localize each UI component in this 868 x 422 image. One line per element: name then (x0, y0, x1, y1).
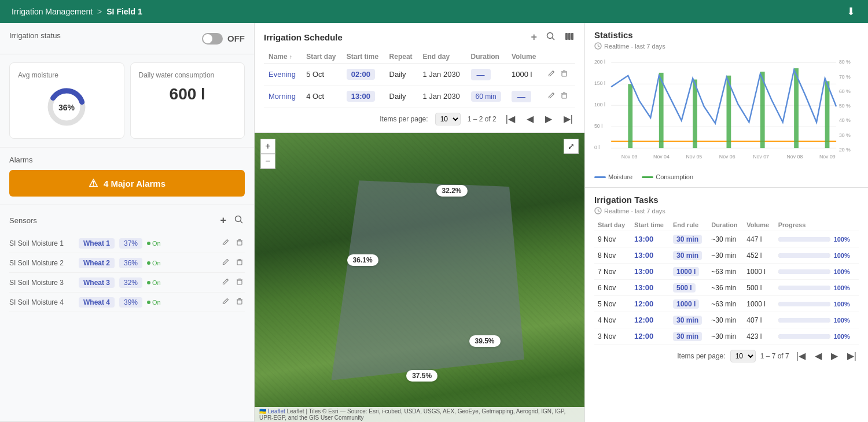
tasks-title: Irrigation Tasks (594, 195, 859, 205)
delete-sensor-button[interactable] (234, 237, 245, 249)
schedule-volume-cell: — (507, 86, 542, 108)
cards-row: Avg moisture 36% Daily water consumption… (9, 62, 245, 139)
sensor-status: On (147, 299, 161, 306)
statistics-panel: Statistics Realtime - last 7 days 200 l … (585, 23, 868, 188)
search-sensor-button[interactable] (233, 213, 245, 228)
svg-text:20 %: 20 % (839, 147, 851, 153)
delete-schedule-button[interactable] (559, 68, 569, 80)
sensor-name: SI Soil Moisture 4 (9, 298, 79, 306)
columns-button[interactable] (564, 30, 575, 45)
task-progress-cell: 100% (775, 296, 859, 312)
task-progress-label: 100% (834, 317, 850, 324)
app-name: Irrigation Management (12, 7, 93, 16)
sensor-pct: 32% (119, 277, 142, 288)
task-progress-bar (778, 237, 830, 242)
items-per-page-select[interactable]: 10 (435, 113, 461, 125)
delete-sensor-button[interactable] (234, 276, 245, 288)
toggle-circle[interactable] (202, 33, 223, 45)
sensors-label: Sensors (9, 216, 37, 225)
edit-schedule-button[interactable] (546, 90, 557, 102)
svg-text:Nov 04: Nov 04 (653, 154, 670, 160)
task-start-time: 12:00 (634, 316, 653, 324)
sensors-actions: + (219, 213, 245, 228)
edit-sensor-button[interactable] (220, 276, 231, 288)
task-row: 3 Nov 12:00 30 min ~30 min 423 l 100% (594, 328, 859, 345)
svg-text:60 %: 60 % (839, 88, 851, 94)
svg-text:80 %: 80 % (839, 59, 851, 65)
svg-line-18 (553, 38, 555, 40)
task-start-time: 13:00 (634, 235, 653, 243)
tasks-first-page-button[interactable]: |◀ (794, 349, 808, 362)
task-col-duration: Duration (708, 219, 743, 231)
col-start-day: Start day (301, 50, 342, 64)
tasks-prev-page-button[interactable]: ◀ (812, 349, 824, 362)
first-page-button[interactable]: |◀ (503, 112, 517, 125)
add-sensor-button[interactable]: + (219, 213, 227, 228)
tasks-items-per-page-select[interactable]: 10 (730, 350, 756, 362)
tasks-last-page-button[interactable]: ▶| (845, 349, 859, 362)
sensors-list: SI Soil Moisture 1 Wheat 1 37% On SI Soi… (9, 234, 245, 312)
irrigation-status-label: Irrigation status (9, 31, 61, 40)
task-day: 3 Nov (594, 328, 631, 345)
leaflet-link[interactable]: 🇺🇦 Leaflet (259, 408, 285, 414)
edit-sensor-button[interactable] (220, 296, 231, 308)
col-end-day: End day (418, 50, 466, 64)
map-expand-button[interactable]: ⤢ (564, 139, 579, 154)
delete-schedule-button[interactable] (559, 90, 569, 102)
task-volume: 447 l (743, 231, 774, 247)
task-volume: 423 l (743, 328, 774, 345)
tasks-panel: Irrigation Tasks Realtime - last 7 days … (585, 188, 868, 422)
tasks-footer: Items per page: 10 1 – 7 of 7 |◀ ◀ ▶ ▶| (594, 345, 859, 362)
task-end-rule: 30 min (673, 235, 702, 244)
schedule-repeat: Daily (385, 86, 418, 108)
edit-sensor-button[interactable] (220, 237, 231, 249)
sensor-row: SI Soil Moisture 3 Wheat 3 32% On (9, 273, 245, 293)
search-icon (234, 215, 244, 224)
download-button[interactable]: ⬇ (845, 4, 856, 19)
delete-sensor-button[interactable] (234, 296, 245, 308)
sensor-group: Wheat 4 (79, 297, 115, 308)
prev-page-button[interactable]: ◀ (524, 112, 536, 125)
tasks-next-page-button[interactable]: ▶ (829, 349, 840, 362)
task-duration: ~63 min (708, 296, 743, 312)
sensor-row: SI Soil Moisture 2 Wheat 2 36% On (9, 253, 245, 273)
schedule-duration: 60 min (471, 91, 501, 102)
task-volume: 452 l (743, 247, 774, 264)
schedule-duration-btn[interactable]: — (471, 69, 491, 80)
map-label-mr: 39.5% (469, 335, 501, 347)
add-schedule-button[interactable]: + (529, 30, 538, 45)
sensor-name: SI Soil Moisture 2 (9, 259, 79, 267)
consumption-card: Daily water consumption 600 l (130, 62, 245, 139)
sensors-section: Sensors + SI Soil Moisture 1 Wheat 1 37%… (0, 205, 254, 422)
tasks-subtitle: Realtime - last 7 days (594, 207, 859, 214)
tasks-pagination-info: 1 – 7 of 7 (760, 352, 789, 360)
edit-schedule-button[interactable] (546, 68, 557, 80)
zoom-in-button[interactable]: + (260, 139, 275, 154)
task-row: 5 Nov 12:00 1000 l ~63 min 1000 l 100% (594, 296, 859, 312)
chart-legend: Moisture Consumption (594, 173, 859, 180)
next-page-button[interactable]: ▶ (543, 112, 554, 125)
moisture-card-title: Avg moisture (18, 71, 116, 79)
schedule-volume-btn[interactable]: — (512, 91, 531, 102)
schedule-entry-name[interactable]: Morning (269, 92, 296, 101)
task-volume: 407 l (743, 312, 774, 328)
task-start-time: 13:00 (634, 283, 653, 292)
clock-icon-tasks (594, 207, 602, 214)
last-page-button[interactable]: ▶| (561, 112, 575, 125)
alarms-button[interactable]: ⚠ 4 Major Alarms (9, 170, 245, 197)
map-background: 32.2% 36.1% 39.5% 37.5% + − ⤢ 🇺🇦 Leaflet… (255, 133, 584, 422)
tasks-tbody: 9 Nov 13:00 30 min ~30 min 447 l 100% 8 … (594, 231, 859, 345)
delete-sensor-button[interactable] (234, 257, 245, 269)
items-per-page-label: Items per page: (380, 115, 428, 123)
sensor-row: SI Soil Moisture 1 Wheat 1 37% On (9, 234, 245, 253)
task-progress-cell: 100% (775, 231, 859, 247)
task-progress-cell: 100% (775, 312, 859, 328)
svg-text:30 %: 30 % (839, 132, 851, 138)
zoom-out-button[interactable]: − (260, 154, 275, 169)
sensor-group: Wheat 2 (79, 258, 115, 268)
schedule-entry-name[interactable]: Evening (269, 70, 296, 79)
svg-rect-5 (237, 241, 242, 245)
search-schedule-button[interactable] (545, 30, 557, 45)
irrigation-toggle[interactable]: OFF (202, 33, 245, 45)
edit-sensor-button[interactable] (220, 257, 231, 269)
